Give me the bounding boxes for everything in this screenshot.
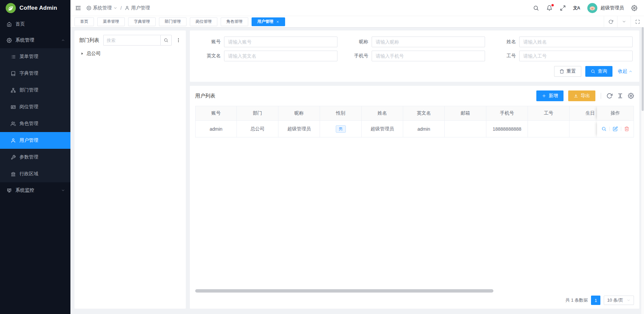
tab-user-mgmt[interactable]: 用户管理 [252,17,285,26]
collapse-link[interactable]: 收起 [618,68,633,74]
dept-search-input[interactable] [103,35,160,46]
field-en-name: 英文名 [197,51,337,61]
dept-tree-node-label: 总公司 [87,51,101,57]
tab-dept-mgmt[interactable]: 部门管理 [159,17,186,26]
sidebar-item-system-mgmt[interactable]: 系统管理 [0,32,70,48]
sidebar-item-label: 首页 [15,21,25,27]
phone-input[interactable] [372,51,485,61]
dept-search-button[interactable] [160,35,172,46]
col-en-name: 英文名 [403,106,445,121]
field-job-no: 工号 [492,51,633,61]
search-icon[interactable] [533,5,539,11]
tabbar-controls [604,16,644,27]
query-button[interactable]: 查询 [585,66,612,77]
en-name-input[interactable] [224,51,337,61]
name-input[interactable] [519,37,633,47]
field-nickname: 昵称 [344,37,485,47]
breadcrumb-separator [120,5,122,11]
table-row[interactable]: admin 总公司 超级管理员 男 超级管理员 admin 1888888888… [195,121,634,137]
table-title: 用户列表 [195,93,215,99]
sidebar-item-role-mgmt[interactable]: 角色管理 [0,115,70,132]
sidebar-item-post-mgmt[interactable]: 岗位管理 [0,99,70,115]
chevron-up-icon [61,38,65,42]
sidebar-item-param-mgmt[interactable]: 参数管理 [0,149,70,166]
reset-button[interactable]: 重置 [554,66,581,77]
col-actions: 操作 [597,106,634,121]
sidebar-item-dict-mgmt[interactable]: 字典管理 [0,65,70,82]
dept-more-icon[interactable] [176,38,181,43]
sidebar: Coffee Admin 首页 系统管理 菜单管理 字典管理 [0,0,70,314]
row-edit-icon[interactable] [613,126,618,131]
tab-refresh-icon[interactable] [604,16,617,27]
page-size-select[interactable]: 10 条/页 [604,296,634,305]
tab-role-mgmt[interactable]: 角色管理 [221,17,248,26]
cell-name: 超级管理员 [362,121,403,137]
cell-account: admin [195,121,237,137]
breadcrumb-item-user[interactable]: 用户管理 [125,5,150,11]
breadcrumb-item-system[interactable]: 系统管理 [87,5,117,11]
table-refresh-icon[interactable] [606,93,612,99]
tab-post-mgmt[interactable]: 岗位管理 [190,17,217,26]
sidebar-item-dept-mgmt[interactable]: 部门管理 [0,82,70,99]
dept-tree-node-root[interactable]: 总公司 [79,51,181,57]
col-job-no: 工号 [528,106,570,121]
row-view-icon[interactable] [601,126,606,131]
avatar [587,3,597,13]
cell-en-name: admin [403,121,445,137]
vertical-scrollbar-thumb[interactable] [642,27,644,111]
sidebar-item-user-mgmt[interactable]: 用户管理 [0,132,70,149]
tab-menu-mgmt[interactable]: 菜单管理 [97,17,125,26]
row-delete-icon[interactable] [624,126,629,131]
export-button[interactable]: 导出 [568,90,595,101]
translate-icon[interactable]: 文A [573,5,580,11]
notification-bell-icon[interactable] [546,5,552,11]
content-maximize-icon[interactable] [631,16,644,27]
user-table-card: 用户列表 新增 导出 [190,86,639,309]
menu-fold-icon[interactable] [75,5,81,11]
sidebar-item-home[interactable]: 首页 [0,16,70,32]
user-menu[interactable]: 超级管理员 [587,3,624,13]
col-email: 邮箱 [445,106,486,121]
field-label: 英文名 [197,53,221,59]
right-column: 账号 昵称 姓名 英文名 [190,30,639,309]
job-no-input[interactable] [519,51,633,61]
table-toolbar-actions: 新增 导出 [536,90,634,101]
gear-icon [7,38,12,43]
pagination-page-1[interactable]: 1 [591,296,600,305]
row-density-icon[interactable] [617,93,623,99]
sidebar-item-label: 用户管理 [19,137,38,143]
caret-right-icon[interactable] [80,52,84,56]
nickname-input[interactable] [372,37,485,47]
account-input[interactable] [224,37,337,47]
cell-job-no [528,121,570,137]
table-scroll-area: 账号 部门 昵称 性别 姓名 英文名 邮箱 手机号 工号 [195,106,634,137]
tab-close-icon[interactable] [276,20,279,23]
vertical-scrollbar [641,27,644,314]
table-toolbar: 用户列表 新增 导出 [195,90,634,102]
sidebar-item-label: 系统管理 [15,37,34,43]
horizontal-scrollbar-thumb[interactable] [195,289,493,293]
sidebar-item-system-monitor[interactable]: 系统监控 [0,182,70,198]
dept-search-group [103,35,172,46]
tab-list-chevron-icon[interactable] [617,16,631,27]
main-area: 系统管理 用户管理 文A 超级管理员 [70,0,644,314]
sidebar-item-region[interactable]: 行政区域 [0,166,70,182]
chevron-down-icon [61,188,65,192]
search-form-card: 账号 昵称 姓名 英文名 [190,30,639,82]
add-button[interactable]: 新增 [536,90,564,101]
breadcrumb: 系统管理 用户管理 [87,5,150,11]
column-settings-gear-icon[interactable] [628,93,634,99]
sidebar-item-label: 行政区域 [19,171,38,177]
action-divider [609,127,610,131]
sidebar-item-menu-mgmt[interactable]: 菜单管理 [0,48,70,65]
app-root: Coffee Admin 首页 系统管理 菜单管理 字典管理 [0,0,644,314]
app-logo: Coffee Admin [0,0,70,16]
tab-dict-mgmt[interactable]: 字典管理 [128,17,156,26]
col-account: 账号 [195,106,237,121]
settings-gear-icon[interactable] [631,5,637,11]
fullscreen-icon[interactable] [560,5,566,11]
id-card-icon [11,105,16,110]
sidebar-item-label: 参数管理 [19,154,38,160]
dept-panel-title: 部门列表 [79,37,99,44]
tab-home[interactable]: 首页 [74,17,94,26]
